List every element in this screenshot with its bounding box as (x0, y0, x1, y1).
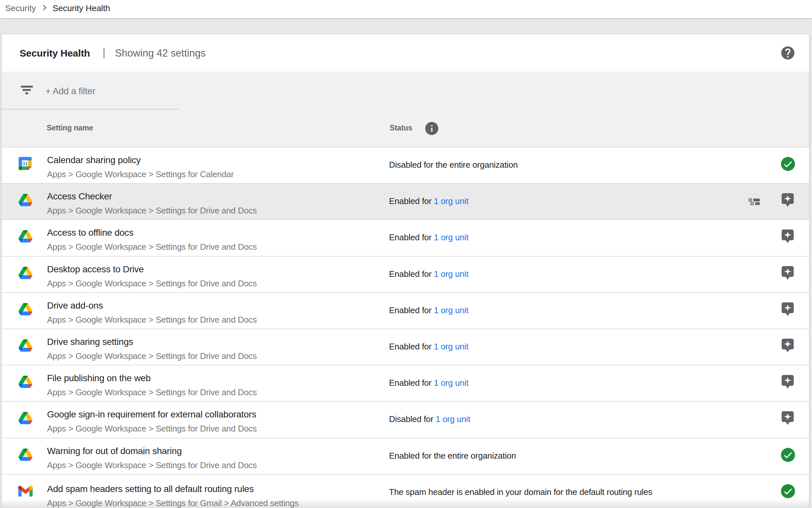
svg-text:31: 31 (22, 161, 28, 166)
